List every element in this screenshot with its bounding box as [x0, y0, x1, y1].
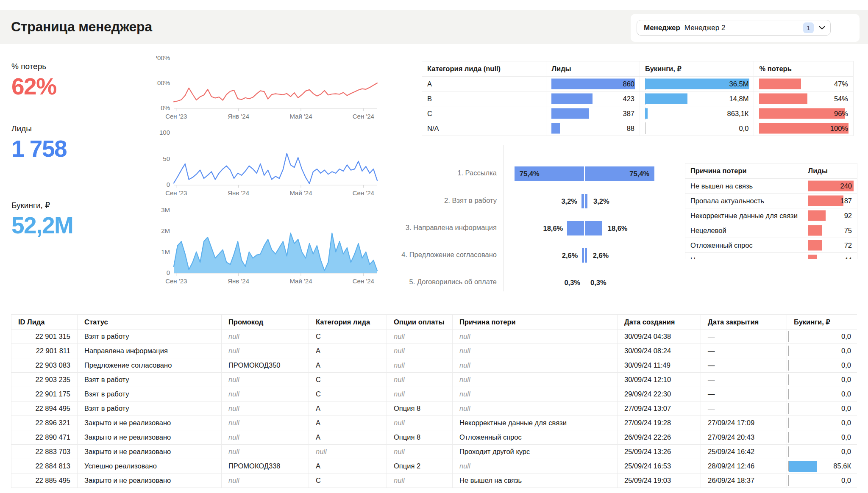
- lead-id-cell: 22 884 813: [11, 459, 78, 474]
- promo-cell: null: [222, 416, 309, 430]
- leads-table[interactable]: ID ЛидаСтатусПромокодКатегория лидаОпции…: [11, 314, 857, 493]
- column-header: % потерь: [754, 61, 853, 76]
- table-row[interactable]: Не вышел на связь240: [685, 179, 857, 194]
- bar-cell: 187: [803, 194, 857, 208]
- reason-cell: Нет времени: [685, 253, 803, 259]
- kpi-value: 52,2М: [11, 214, 73, 237]
- category-cell: A: [309, 430, 387, 445]
- y-tick-label: 0%: [161, 104, 170, 111]
- value-bar[interactable]: [808, 196, 843, 206]
- value-bar[interactable]: [789, 461, 817, 472]
- table-row[interactable]: Отложенный спрос72: [685, 238, 857, 253]
- lead-id-cell: 22 896 321: [11, 416, 78, 430]
- value-bar[interactable]: [759, 94, 807, 104]
- funnel-chart[interactable]: 75,4%75,4%3,2%3,2%18,6%18,6%2,6%2,6%0,3%…: [504, 144, 686, 293]
- status-cell: Взят в работу: [78, 330, 222, 344]
- status-cell: Направлена информация: [78, 344, 222, 358]
- status-cell: Взят в работу: [78, 387, 222, 402]
- table-row[interactable]: B42314,8М54%: [422, 91, 853, 106]
- value-bar[interactable]: [808, 225, 822, 236]
- reason-cell: Пропала актуальность: [685, 194, 803, 208]
- value-bar[interactable]: [759, 79, 801, 89]
- table-row[interactable]: N/A880,0100%: [422, 121, 853, 136]
- bar-cell: 88: [546, 121, 640, 136]
- bar-cell: 860: [546, 77, 640, 91]
- table-row[interactable]: 22 894 495Взят в работуnullAОпция 8null2…: [11, 402, 857, 416]
- value-bar[interactable]: [551, 108, 589, 119]
- funnel-bar[interactable]: [585, 221, 602, 235]
- funnel-value-left: 0,3%: [564, 275, 580, 290]
- funnel-bar[interactable]: [582, 248, 584, 263]
- bar-cell: 14,8М: [640, 91, 754, 106]
- table-row[interactable]: 22 903 083Предложение согласованоПРОМОКО…: [11, 358, 857, 373]
- value-label: 0,0: [841, 419, 851, 427]
- funnel-bar[interactable]: [581, 194, 584, 208]
- closed-cell: —: [701, 402, 787, 416]
- value-label: 54%: [834, 95, 848, 103]
- table-row[interactable]: Некорректные данные для связи92: [685, 208, 857, 223]
- table-row[interactable]: 22 901 811Направлена информацияnullAnull…: [11, 344, 857, 358]
- bar-axis-line: [788, 418, 789, 428]
- category-cell: A: [309, 344, 387, 358]
- reason-cell: Нецелевой: [685, 223, 803, 238]
- line-series[interactable]: [174, 83, 377, 102]
- value-bar[interactable]: [645, 94, 687, 104]
- value-bar[interactable]: [759, 108, 845, 119]
- funnel-bar[interactable]: [567, 221, 584, 235]
- funnel-value-right: 2,6%: [593, 248, 609, 263]
- x-tick-label: Сен '23: [165, 113, 187, 120]
- chevron-down-icon[interactable]: [819, 26, 825, 30]
- value-bar[interactable]: [551, 94, 593, 104]
- x-tick-label: Май '24: [289, 189, 312, 197]
- lead-id-cell: 22 903 235: [11, 373, 78, 387]
- x-tick-label: Янв '24: [228, 277, 249, 285]
- table-row[interactable]: A86036,5М47%: [422, 77, 853, 91]
- value-label: 0,0: [841, 332, 851, 340]
- bar-cell: 72: [803, 238, 857, 252]
- table-row[interactable]: 22 896 321Закрыто и не реализованоnullAn…: [11, 416, 857, 430]
- column-header: Лиды: [546, 61, 640, 76]
- table-row[interactable]: 22 883 703Закрыто и не реализованоnullnu…: [11, 445, 857, 459]
- table-row[interactable]: 22 901 175Взят в работуnullCnullnull29/0…: [11, 387, 857, 402]
- value-label: 72: [844, 241, 852, 249]
- promo-cell: null: [222, 430, 309, 445]
- loss-reason-table[interactable]: Причина потериЛидыНе вышел на связь240Пр…: [685, 163, 857, 259]
- x-tick-label: Сен '23: [165, 277, 187, 285]
- pay-option-cell: null: [387, 416, 453, 430]
- status-cell: Закрыто и не реализовано: [78, 474, 222, 488]
- kpi-label: Лиды: [11, 124, 67, 133]
- table-row[interactable]: 22 901 315Взят в работуnullCnullnull30/0…: [11, 330, 857, 344]
- table-row[interactable]: Нет времени44: [685, 253, 857, 259]
- value-label: 240: [840, 182, 852, 190]
- category-cell: A: [309, 459, 387, 474]
- bookings-cell: 0,0: [787, 445, 857, 459]
- value-bar[interactable]: [551, 123, 560, 134]
- table-row[interactable]: 22 890 471Закрыто и не реализованоnullAО…: [11, 430, 857, 445]
- funnel-bar[interactable]: [585, 248, 587, 263]
- manager-selector[interactable]: Менеджер Менеджер 2 1: [637, 20, 831, 36]
- table-row[interactable]: Пропала актуальность187: [685, 194, 857, 208]
- dashboard-page: Страница менеджера Менеджер Менеджер 2 1…: [0, 0, 868, 493]
- value-label: 0,0: [841, 476, 851, 484]
- value-label: 44: [844, 256, 852, 260]
- loss-weekly-line-chart[interactable]: 200%100%0%Сен '23Янв '24Май '24Сен '24: [156, 55, 387, 127]
- funnel-bar[interactable]: [585, 194, 587, 208]
- y-tick-label: 1М: [161, 248, 170, 255]
- table-row[interactable]: 22 884 813Успешно реализованоПРОМОКОД338…: [11, 459, 857, 474]
- table-row[interactable]: 22 903 235Взят в работуnullCnullnull30/0…: [11, 373, 857, 387]
- value-bar[interactable]: [645, 108, 648, 119]
- value-label: 0,0: [841, 361, 851, 369]
- table-row[interactable]: Нецелевой75: [685, 223, 857, 238]
- bar-cell: 54%: [754, 91, 853, 106]
- value-bar[interactable]: [808, 255, 817, 260]
- value-bar[interactable]: [808, 210, 826, 221]
- bookings-cell: 0,0: [787, 430, 857, 445]
- value-label: 47%: [834, 80, 848, 88]
- table-row[interactable]: C387863,1К96%: [422, 106, 853, 121]
- bar-axis-line: [788, 432, 789, 443]
- value-bar[interactable]: [808, 240, 822, 251]
- column-header: Категория лида (null): [422, 61, 546, 76]
- table-row[interactable]: 22 885 495Закрыто и не реализованоnullCn…: [11, 474, 857, 488]
- category-summary-table[interactable]: Категория лида (null)ЛидыБукинги, ₽% пот…: [422, 61, 854, 136]
- value-label: 423: [623, 95, 634, 103]
